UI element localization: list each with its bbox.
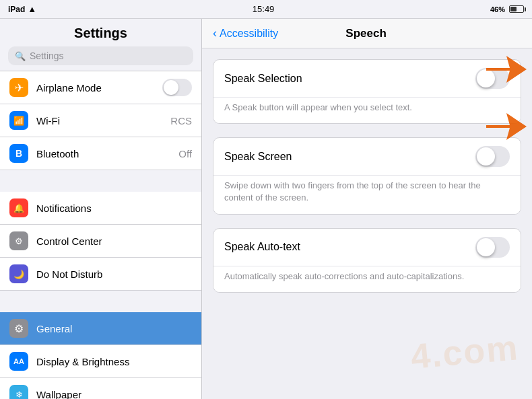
search-placeholder: Settings [30,50,64,61]
battery-icon [509,5,524,13]
content-area: ‹ Accessibility Speech Speak Selection A… [202,19,532,399]
speak-screen-toggle[interactable] [475,146,510,167]
search-icon: 🔍 [15,51,26,61]
notifications-label: Notifications [36,203,192,214]
nav-bar: ‹ Accessibility Speech [202,19,532,48]
sidebar-item-control-center[interactable]: ⚙ Control Center [0,225,201,258]
wallpaper-icon: ❄ [9,385,28,399]
speak-selection-label: Speak Selection [224,73,475,85]
speak-screen-row: Speak Screen [213,138,521,176]
sidebar-item-notifications[interactable]: 🔔 Notifications [0,192,201,225]
wifi-label: Wi-Fi [36,115,162,126]
control-center-icon: ⚙ [9,231,28,250]
back-chevron-icon: ‹ [213,26,217,40]
sidebar-list: ✈ Airplane Mode 📶 Wi-Fi RCS B Bluetooth … [0,71,201,399]
sidebar: Settings 🔍 Settings ✈ Airplane Mode 📶 Wi… [0,19,202,399]
speak-screen-label: Speak Screen [224,151,475,163]
speak-autotext-description: Automatically speak auto-corrections and… [213,266,521,292]
sidebar-item-wifi[interactable]: 📶 Wi-Fi RCS [0,104,201,137]
airplane-mode-icon: ✈ [9,78,28,97]
general-icon: ⚙ [9,319,28,338]
wifi-value: RCS [170,115,192,126]
status-bar: iPad ▲ 15:49 46% [0,0,532,19]
back-label[interactable]: Accessibility [220,28,278,40]
bluetooth-label: Bluetooth [36,148,170,159]
speak-autotext-toggle[interactable] [475,237,510,258]
airplane-mode-label: Airplane Mode [36,82,154,94]
sidebar-item-general[interactable]: ⚙ General [0,312,201,345]
sidebar-item-airplane-mode[interactable]: ✈ Airplane Mode [0,71,201,104]
airplane-mode-toggle[interactable] [162,79,192,96]
battery-percent: 46% [490,5,505,13]
ipad-label: iPad [8,5,25,14]
wifi-icon: ▲ [28,4,36,14]
do-not-disturb-label: Do Not Disturb [36,268,192,280]
bluetooth-icon: B [9,144,28,163]
speak-screen-group: Speak Screen Swipe down with two fingers… [213,137,521,214]
bluetooth-value: Off [178,148,192,159]
sidebar-item-display[interactable]: AA Display & Brightness [0,345,201,378]
nav-back-button[interactable]: ‹ Accessibility [213,26,278,40]
speak-selection-group: Speak Selection A Speak button will appe… [213,59,521,124]
wifi-setting-icon: 📶 [9,111,28,130]
sidebar-title: Settings [0,19,201,46]
speak-autotext-label: Speak Auto-text [224,241,475,253]
speak-autotext-row: Speak Auto-text [213,229,521,266]
speak-selection-row: Speak Selection [213,60,521,98]
wallpaper-label: Wallpaper [36,389,192,400]
control-center-label: Control Center [36,235,192,247]
settings-panels: Speak Selection A Speak button will appe… [202,48,532,399]
sidebar-item-wallpaper[interactable]: ❄ Wallpaper [0,378,201,399]
nav-title: Speech [278,27,454,40]
sidebar-item-do-not-disturb[interactable]: 🌙 Do Not Disturb [0,258,201,291]
speak-screen-description: Swipe down with two fingers from the top… [213,176,521,213]
display-icon: AA [9,352,28,371]
speak-autotext-group: Speak Auto-text Automatically speak auto… [213,228,521,293]
sidebar-item-bluetooth[interactable]: B Bluetooth Off [0,137,201,170]
notifications-icon: 🔔 [9,198,28,217]
general-label: General [36,323,192,334]
do-not-disturb-icon: 🌙 [9,264,28,283]
search-bar[interactable]: 🔍 Settings [8,46,193,65]
speak-selection-description: A Speak button will appear when you sele… [213,98,521,123]
status-time: 15:49 [253,4,275,14]
display-label: Display & Brightness [36,356,192,367]
speak-selection-toggle[interactable] [475,68,510,89]
